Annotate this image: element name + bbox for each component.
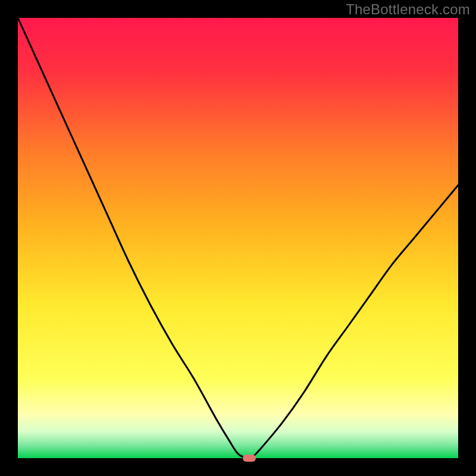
plot-area	[18, 18, 458, 458]
bottleneck-curve	[18, 18, 458, 458]
optimal-point-marker	[243, 455, 256, 462]
chart-frame: TheBottleneck.com	[0, 0, 476, 476]
watermark-text: TheBottleneck.com	[346, 1, 470, 18]
